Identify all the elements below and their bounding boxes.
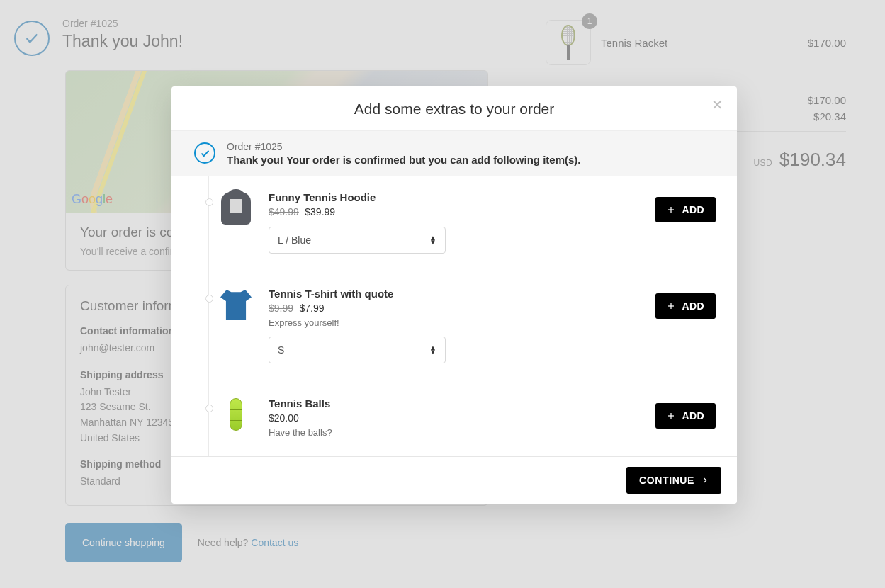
modal-title: Add some extras to your order [191,101,717,118]
add-button[interactable]: ADD [655,403,716,429]
close-icon[interactable]: ✕ [709,96,726,113]
add-button[interactable]: ADD [655,293,716,319]
variant-select[interactable]: L / Blue ▲▼ [269,227,446,254]
upsell-old-price: $9.99 [269,303,293,314]
upsell-price: $39.99 [305,206,335,217]
modal-confirm-message: Thank you! Your order is confirmed but y… [227,154,580,166]
upsell-item: Funny Tennis Hoodie $49.99 $39.99 L / Bl… [208,176,737,272]
select-chevrons-icon: ▲▼ [429,346,436,354]
upsell-old-price: $49.99 [269,206,299,217]
upsell-item: Tennis T-shirt with quote $9.99 $7.99 Ex… [208,272,737,382]
upsell-thumb [219,397,253,431]
upsell-price: $7.99 [300,303,325,314]
modal-order-number: Order #1025 [227,141,580,152]
variant-value: L / Blue [278,234,311,246]
upsell-item: Tennis Balls $20.00 Have the balls? ADD [208,382,737,456]
upsell-modal: Add some extras to your order ✕ Order #1… [171,86,737,504]
upsell-name: Tennis Balls [269,397,640,409]
add-button[interactable]: ADD [655,197,716,222]
upsell-price: $20.00 [269,412,299,424]
select-chevrons-icon: ▲▼ [429,236,436,244]
upsell-name: Tennis T-shirt with quote [269,288,640,300]
variant-value: S [278,344,284,356]
upsell-thumb [219,191,253,225]
upsell-name: Funny Tennis Hoodie [269,191,640,203]
upsell-thumb [219,288,253,322]
upsell-caption: Have the balls? [269,427,640,438]
upsell-caption: Express yourself! [269,317,640,328]
check-circle-icon [194,142,215,164]
variant-select[interactable]: S ▲▼ [269,337,446,363]
continue-button[interactable]: CONTINUE [626,467,721,494]
